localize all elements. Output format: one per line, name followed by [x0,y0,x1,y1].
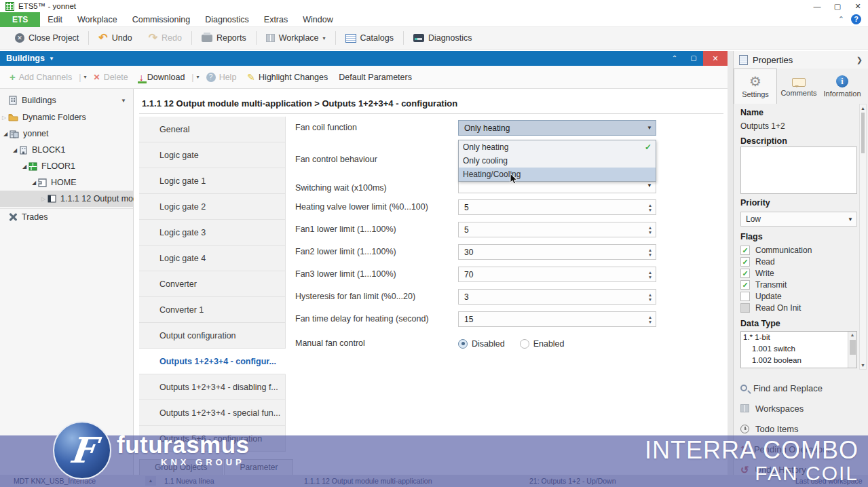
workplace-button[interactable]: Workplace ▾ [258,29,334,47]
collapse-panel-icon[interactable]: ❯ [856,56,863,64]
close-project-button[interactable]: ✕ Close Project [7,29,87,47]
restore-button[interactable]: ▢ [827,2,848,11]
status-object[interactable]: 21: Outputs 1+2 - Up/Down [529,475,616,487]
menu-diagnostics[interactable]: Diagnostics [197,12,257,27]
spinner-icon[interactable]: ▲▼ [645,292,656,302]
checkbox-icon[interactable]: ✓ [740,269,750,278]
fan-coil-function-combo[interactable]: Only heating ▼ [458,120,656,136]
tab-information[interactable]: i Information [820,69,864,104]
radio-disabled[interactable]: Disabled [458,339,505,349]
numeric-input[interactable] [459,315,645,324]
diagnostics-button[interactable]: Diagnostics [405,29,480,47]
add-channels-dropdown-icon[interactable]: ▾ [84,74,87,80]
panel-collapse-icon[interactable]: ⌃ [665,51,684,66]
nav-logic-gate-3[interactable]: Logic gate 3 [139,220,286,246]
nav-converter[interactable]: Converter [139,271,286,297]
scroll-thumb[interactable] [861,113,865,153]
menu-edit[interactable]: Edit [40,12,70,27]
status-expand-icon[interactable]: ▲ [145,476,156,486]
panel-title-caret-icon[interactable]: ▼ [49,56,54,62]
tree-item-floor1[interactable]: ◢ FLOOR1 [0,158,133,174]
delete-button[interactable]: ✕ Delete [90,73,132,82]
fan-time-delay-input[interactable]: ▲▼ [458,311,656,327]
flag-read[interactable]: ✓ Read [740,256,775,267]
numeric-input[interactable] [459,203,645,212]
data-type-listbox[interactable]: 1.* 1-bit 1.001 switch 1.002 boolean 1.0… [740,331,857,368]
checkbox-icon[interactable]: ✓ [740,257,750,267]
expander-icon[interactable]: ◢ [20,163,29,170]
datatype-item[interactable]: 1.003 enable [741,366,856,368]
fan2-lower-limit-input[interactable]: ▲▼ [458,244,656,260]
checkbox-icon[interactable]: ✓ [740,280,750,290]
panel-maximize-icon[interactable]: ▢ [684,51,703,66]
expander-icon[interactable]: ▷ [0,115,8,121]
nav-outputs-56-configuration[interactable]: Outputs 5+6 - configuration [139,426,286,452]
highlight-changes-button[interactable]: ✎ Highlight Changes [243,72,332,83]
help-icon[interactable]: ? [851,14,861,24]
panel-title[interactable]: Buildings [0,54,45,63]
download-dropdown-icon[interactable]: ▾ [197,74,200,80]
datatype-item[interactable]: 1.002 boolean [741,355,856,366]
hysteresis-input[interactable]: ▲▼ [458,289,656,305]
tree-item-dynamic-folders[interactable]: ▷ Dynamic Folders [0,109,133,125]
datatype-item[interactable]: 1.* 1-bit [741,332,856,343]
checkbox-icon[interactable] [740,292,750,301]
tree-item-yonnet[interactable]: ◢ yonnet [0,125,133,142]
pending-operations-item[interactable]: ⇅ Pending Operations [740,442,832,456]
scroll-up-icon[interactable]: ▲ [860,106,866,111]
checkbox-icon[interactable] [740,303,750,313]
nav-logic-gate-2[interactable]: Logic gate 2 [139,194,286,220]
nav-outputs-1234-configuration[interactable]: Outputs 1+2+3+4 - configur... [139,349,286,374]
minimize-button[interactable]: — [807,2,827,10]
tab-group-objects[interactable]: Group Objects [139,459,223,475]
numeric-input[interactable] [459,270,645,279]
nav-output-configuration[interactable]: Output configuration [139,323,286,349]
panel-splitter[interactable] [728,51,733,487]
reports-button[interactable]: Reports [193,29,254,47]
find-and-replace-item[interactable]: Find and Replace [740,381,823,395]
dropdown-option-only-cooling[interactable]: Only cooling [459,154,656,168]
tree-item-device[interactable]: ▷ 1.1.1 12 Output mod... [0,191,133,207]
collapse-ribbon-icon[interactable]: ⌃ [838,15,844,24]
tree-header-caret-icon[interactable]: ▼ [121,98,126,104]
scroll-up-icon[interactable]: ▲ [848,332,856,337]
undo-button[interactable]: ↶ Undo [90,29,140,47]
scroll-down-icon[interactable]: ▼ [860,363,866,368]
status-workspace[interactable]: Last used workspace [795,475,863,487]
description-input[interactable] [740,147,857,194]
default-parameters-button[interactable]: Default Parameters [335,73,416,82]
expander-icon[interactable]: ◢ [11,147,19,153]
menu-window[interactable]: Window [295,12,340,27]
status-interface[interactable]: MDT KNX_USB_Interface [14,475,96,487]
tree-header[interactable]: Buildings ▼ [0,92,133,109]
numeric-input[interactable] [459,225,645,235]
workspaces-item[interactable]: Workspaces [740,401,804,416]
menu-ets[interactable]: ETS [0,12,40,27]
status-device[interactable]: 1.1.1 12 Output module multi-application [304,475,432,487]
help-button[interactable]: ? Help [202,73,241,82]
numeric-input[interactable] [459,248,645,257]
close-button[interactable]: ✕ [848,2,868,11]
expander-icon[interactable]: ◢ [30,180,38,186]
nav-converter-1[interactable]: Converter 1 [139,297,286,323]
menu-workplace[interactable]: Workplace [70,12,125,27]
spinner-icon[interactable]: ▲▼ [645,203,656,212]
panel-close-button[interactable]: ✕ [703,51,728,66]
flag-communication[interactable]: ✓ Communication [740,244,812,256]
spinner-icon[interactable]: ▲▼ [645,248,656,257]
expander-icon[interactable]: ▷ [39,196,48,202]
fan1-lower-limit-input[interactable]: ▲▼ [458,222,656,237]
expander-icon[interactable]: ◢ [1,131,10,137]
nav-outputs-1234-disabling[interactable]: Outputs 1+2+3+4 - disabling f... [139,374,286,400]
nav-logic-gate[interactable]: Logic gate [139,142,286,168]
spinner-icon[interactable]: ▲▼ [645,225,656,235]
nav-logic-gate-1[interactable]: Logic gate 1 [139,168,286,194]
numeric-input[interactable] [459,292,645,302]
flag-transmit[interactable]: ✓ Transmit [740,279,787,290]
scroll-thumb[interactable] [850,340,856,355]
dropdown-option-heating-cooling[interactable]: Heating/Cooling [459,168,656,181]
catalogs-button[interactable]: Catalogs [337,29,402,47]
fan3-lower-limit-input[interactable]: ▲▼ [458,267,656,282]
tab-comments[interactable]: Comments [777,69,820,104]
flag-write[interactable]: ✓ Write [740,267,774,279]
